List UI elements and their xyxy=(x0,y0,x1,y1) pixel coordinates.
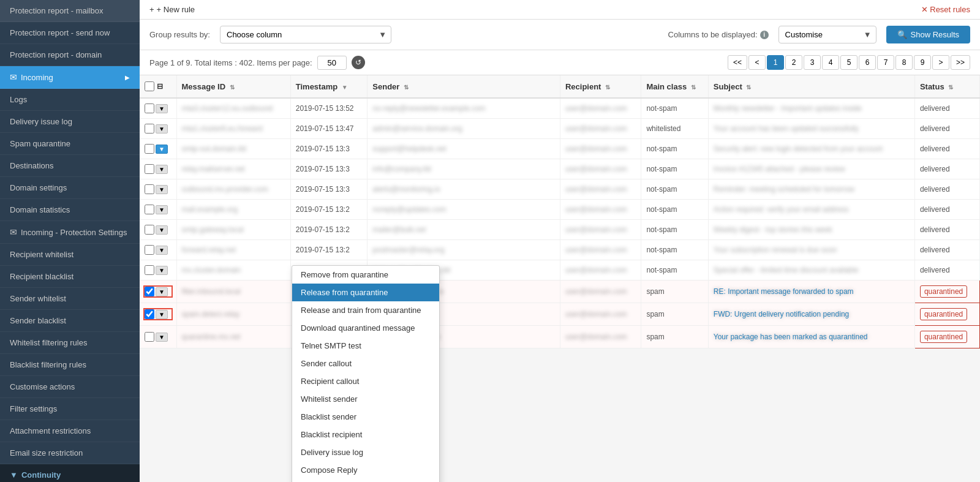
row-dropdown-button[interactable]: ▼ xyxy=(156,145,168,154)
sidebar-item-attachment-restrictions[interactable]: Attachment restrictions xyxy=(0,420,140,442)
pagination-next[interactable]: > xyxy=(932,55,949,70)
context-menu-item-delivery-issue-log[interactable]: Delivery issue log xyxy=(292,443,439,461)
context-menu-item-blacklist-sender[interactable]: Blacklist sender xyxy=(292,408,439,426)
pagination-prev[interactable]: < xyxy=(748,55,766,70)
sidebar-label: Customise actions xyxy=(10,382,75,391)
info-icon[interactable]: i xyxy=(760,31,769,39)
sidebar-item-protection-report-mailbox[interactable]: Protection report - mailbox xyxy=(0,0,140,22)
sidebar-item-recipient-blacklist[interactable]: Recipient blacklist xyxy=(0,266,140,288)
row-checkbox[interactable] xyxy=(145,287,154,296)
row-timestamp: 2019-07-15 13:2 xyxy=(290,200,368,220)
sidebar-item-incoming-protection-settings[interactable]: ✉ Incoming - Protection Settings xyxy=(0,221,140,244)
row-dropdown-button[interactable]: ▼ xyxy=(156,287,168,296)
row-checkbox[interactable] xyxy=(145,144,154,154)
select-all-checkbox[interactable] xyxy=(145,81,154,91)
context-menu-item-compose-reply[interactable]: Compose Reply xyxy=(292,461,439,479)
sidebar-item-email-size-restriction[interactable]: Email size restriction xyxy=(0,442,140,464)
context-menu-item-sender-callout[interactable]: Sender callout xyxy=(292,355,439,372)
context-menu-item-whitelist-sender[interactable]: Whitelist sender xyxy=(292,390,439,408)
row-checkbox[interactable] xyxy=(145,184,154,194)
reset-rules-button[interactable]: ✕ Reset rules xyxy=(921,5,970,14)
row-dropdown-button[interactable]: ▼ xyxy=(156,333,168,342)
row-checkbox[interactable] xyxy=(145,205,154,214)
customise-select[interactable]: Customise xyxy=(778,26,876,43)
context-menu-item-download-quarantined[interactable]: Download quarantined message xyxy=(292,319,439,337)
row-recipient: user@domain.com xyxy=(560,98,641,119)
sidebar-item-logs[interactable]: Logs xyxy=(0,89,140,111)
sidebar-item-sender-blacklist[interactable]: Sender blacklist xyxy=(0,310,140,332)
sidebar-item-protection-report-domain[interactable]: Protection report - domain xyxy=(0,44,140,66)
th-timestamp: Timestamp ▼ xyxy=(290,75,368,98)
pagination-page-1[interactable]: 1 xyxy=(767,55,784,70)
sort-icon-subject[interactable]: ⇅ xyxy=(746,84,751,91)
row-message-id: forward.relay.net xyxy=(176,240,290,260)
new-rule-button[interactable]: + + New rule xyxy=(149,5,195,14)
row-checkbox[interactable] xyxy=(145,225,154,235)
choose-column-select[interactable]: Choose column xyxy=(220,26,391,43)
pagination-page-4[interactable]: 4 xyxy=(822,55,839,70)
sidebar-item-sender-whitelist[interactable]: Sender whitelist xyxy=(0,288,140,310)
row-dropdown-button[interactable]: ▼ xyxy=(156,185,168,194)
sidebar-item-domain-statistics[interactable]: Domain statistics xyxy=(0,199,140,221)
row-checkbox[interactable] xyxy=(145,104,154,113)
context-menu-item-view-email[interactable]: View email xyxy=(292,479,439,482)
table-row: ▼mta3.cluster12.eu.outbound2019-07-15 13… xyxy=(140,98,980,119)
row-checkbox[interactable] xyxy=(145,124,154,134)
pagination-page-9[interactable]: 9 xyxy=(914,55,931,70)
sidebar-item-whitelist-filtering-rules[interactable]: Whitelist filtering rules xyxy=(0,332,140,354)
row-checkbox[interactable] xyxy=(145,245,154,255)
sidebar-item-blacklist-filtering-rules[interactable]: Blacklist filtering rules xyxy=(0,354,140,376)
row-dropdown-button[interactable]: ▼ xyxy=(156,266,168,275)
table-row: ▼mta1.cluster8.eu.forward2019-07-15 13:4… xyxy=(140,119,980,139)
sidebar-item-customise-actions[interactable]: Customise actions xyxy=(0,376,140,398)
sidebar-item-spam-quarantine[interactable]: Spam quarantine xyxy=(0,133,140,155)
row-dropdown-button[interactable]: ▼ xyxy=(156,246,168,255)
sidebar-item-delivery-issue-log[interactable]: Delivery issue log xyxy=(0,111,140,133)
pagination-page-7[interactable]: 7 xyxy=(877,55,894,70)
pagination-page-8[interactable]: 8 xyxy=(895,55,913,70)
sort-icon-recipient[interactable]: ⇅ xyxy=(605,84,610,91)
sort-icon-timestamp[interactable]: ▼ xyxy=(342,84,348,91)
sidebar-item-continuity[interactable]: ▼ Continuity xyxy=(0,464,140,482)
pagination-page-5[interactable]: 5 xyxy=(840,55,858,70)
row-checkbox[interactable] xyxy=(145,164,154,174)
sort-icon-main-class[interactable]: ⇅ xyxy=(691,84,696,91)
show-results-button[interactable]: 🔍 Show Results xyxy=(886,26,970,43)
pagination-page-2[interactable]: 2 xyxy=(785,55,802,70)
reset-page-size-button[interactable]: ↺ xyxy=(352,56,365,69)
context-menu-item-telnet-smtp-test[interactable]: Telnet SMTP test xyxy=(292,337,439,355)
row-checkbox[interactable] xyxy=(145,332,154,342)
context-menu-item-remove-from-quarantine[interactable]: Remove from quarantine xyxy=(292,266,439,284)
sort-icon-status[interactable]: ⇅ xyxy=(948,84,953,91)
sidebar-item-domain-settings[interactable]: Domain settings xyxy=(0,177,140,199)
row-dropdown-button[interactable]: ▼ xyxy=(156,165,168,174)
page-size-input[interactable] xyxy=(317,56,347,70)
context-menu-item-recipient-callout[interactable]: Recipient callout xyxy=(292,372,439,390)
context-menu-item-release-and-train[interactable]: Release and train from quarantine xyxy=(292,301,439,319)
th-recipient: Recipient ⇅ xyxy=(560,75,641,98)
row-message-id: outbound.mx.provider.com xyxy=(176,179,290,200)
row-dropdown-button[interactable]: ▼ xyxy=(156,310,168,319)
row-dropdown-button[interactable]: ▼ xyxy=(156,124,168,134)
sort-icon-sender[interactable]: ⇅ xyxy=(404,84,409,91)
row-dropdown-button[interactable]: ▼ xyxy=(156,225,168,235)
sidebar-item-incoming[interactable]: ✉ Incoming ▶ xyxy=(0,66,140,89)
sidebar-item-protection-report-send-now[interactable]: Protection report - send now xyxy=(0,22,140,44)
plus-icon: + xyxy=(149,5,154,14)
row-checkbox[interactable] xyxy=(145,265,154,275)
row-dropdown-button[interactable]: ▼ xyxy=(156,205,168,214)
row-main-class: not-spam xyxy=(641,98,708,119)
pagination-page-6[interactable]: 6 xyxy=(859,55,876,70)
sidebar-label: Domain statistics xyxy=(10,205,70,214)
context-menu-item-blacklist-recipient[interactable]: Blacklist recipient xyxy=(292,426,439,443)
sidebar-item-recipient-whitelist[interactable]: Recipient whitelist xyxy=(0,244,140,266)
sidebar-item-destinations[interactable]: Destinations xyxy=(0,155,140,177)
row-checkbox[interactable] xyxy=(145,309,154,319)
row-dropdown-button[interactable]: ▼ xyxy=(156,104,168,113)
sort-icon-message-id[interactable]: ⇅ xyxy=(230,84,235,91)
pagination-last[interactable]: >> xyxy=(951,55,970,70)
sidebar-item-filter-settings[interactable]: Filter settings xyxy=(0,398,140,420)
pagination-first[interactable]: << xyxy=(728,55,747,70)
context-menu-item-release-from-quarantine[interactable]: Release from quarantine xyxy=(292,284,439,301)
pagination-page-3[interactable]: 3 xyxy=(804,55,821,70)
